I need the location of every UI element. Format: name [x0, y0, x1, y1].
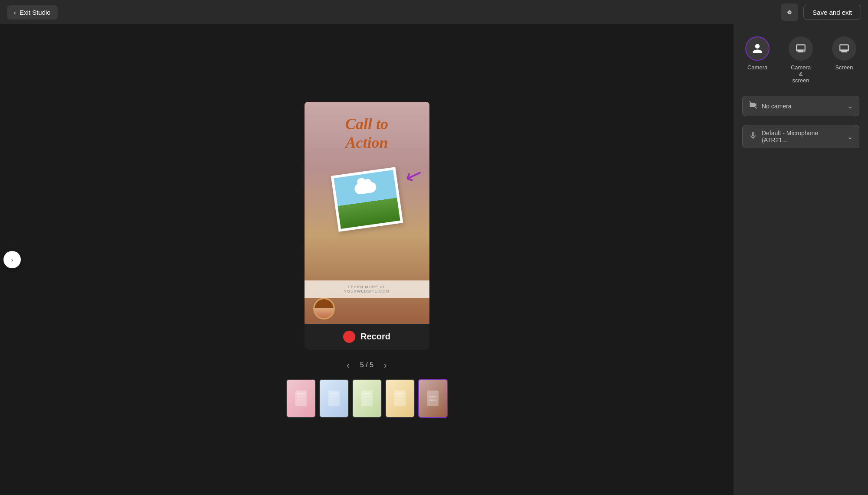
- exit-studio-button[interactable]: ‹ Exit Studio: [7, 5, 58, 20]
- camera-dropdown-icon: [749, 101, 757, 111]
- slide-image-frame: [331, 167, 403, 232]
- microphone-dropdown-chevron: ⌄: [847, 133, 853, 141]
- avatar-face: [314, 299, 334, 318]
- screen-mode-icon: [832, 36, 856, 61]
- slide-container: Call to Action ↙ LEARN MORE AT YOURWEBSI…: [305, 102, 429, 350]
- center-content: Call to Action ↙ LEARN MORE AT YOURWEBSI…: [0, 24, 734, 495]
- camera-dropdown-chevron: ⌄: [847, 102, 853, 110]
- camera-mode-tab[interactable]: Camera: [738, 33, 776, 87]
- slide-image-inner: [334, 169, 400, 228]
- thumb-inner-4: [386, 380, 414, 417]
- main-layout: › Call to Action ↙ LEARN MORE AT YOURWE: [0, 24, 868, 495]
- slide-title: Call to Action: [313, 115, 421, 152]
- arrow-decoration: ↙: [402, 160, 426, 189]
- next-page-button[interactable]: ›: [380, 358, 390, 372]
- pagination: ‹ 5 / 5 ›: [343, 358, 390, 372]
- recording-mode-tabs: Camera Camera &screen Screen: [742, 33, 859, 87]
- thumbnail-3[interactable]: [352, 379, 382, 418]
- camera-screen-mode-label: Camera &screen: [789, 64, 813, 84]
- slide-canvas: Call to Action ↙ LEARN MORE AT YOURWEBSI…: [305, 102, 429, 324]
- camera-mode-icon: [745, 36, 770, 61]
- screen-mode-label: Screen: [835, 64, 853, 71]
- camera-screen-mode-icon: [789, 36, 813, 61]
- right-panel: Camera Camera &screen Screen No camera ⌄: [734, 24, 868, 495]
- thumb-inner-2: [320, 380, 348, 417]
- record-dot-icon: [343, 331, 355, 343]
- chevron-right-icon: ›: [11, 257, 13, 263]
- microphone-dropdown-value: Default - Microphone (ATR21...: [762, 130, 843, 143]
- slide-footer-text1: LEARN MORE AT: [309, 285, 425, 289]
- svg-text:Action: Action: [429, 399, 436, 401]
- svg-rect-16: [427, 391, 439, 406]
- thumbnail-1[interactable]: [286, 379, 316, 418]
- avatar: [313, 298, 335, 319]
- user-account-button[interactable]: ☸: [781, 3, 798, 21]
- save-exit-button[interactable]: Save and exit: [803, 5, 861, 20]
- microphone-dropdown[interactable]: Default - Microphone (ATR21... ⌄: [742, 125, 859, 148]
- record-bar: Record: [305, 324, 429, 350]
- slide-footer-text2: YOURWEBSITE.COM: [309, 289, 425, 293]
- slide-footer-bar: LEARN MORE AT YOURWEBSITE.COM: [305, 280, 429, 298]
- topbar: ‹ Exit Studio ☸ Save and exit: [0, 0, 868, 24]
- page-indicator: 5 / 5: [360, 361, 373, 369]
- cloud-decoration: [354, 181, 377, 195]
- thumb-inner-1: [287, 380, 315, 417]
- thumbnail-2[interactable]: [319, 379, 349, 418]
- exit-studio-label: Exit Studio: [20, 9, 51, 16]
- svg-text:Call to: Call to: [429, 395, 437, 398]
- avatar-hair: [314, 299, 334, 308]
- topbar-left: ‹ Exit Studio: [7, 5, 58, 20]
- sidebar-toggle-button[interactable]: ›: [3, 251, 21, 268]
- camera-dropdown-value: No camera: [762, 103, 843, 110]
- thumbnail-4[interactable]: [385, 379, 415, 418]
- thumb-inner-5: Call toAction: [419, 380, 447, 417]
- topbar-right: ☸ Save and exit: [781, 3, 861, 21]
- camera-mode-label: Camera: [747, 64, 767, 71]
- thumbnail-strip: Call toAction: [286, 379, 448, 418]
- camera-dropdown[interactable]: No camera ⌄: [742, 96, 859, 116]
- record-label: Record: [360, 332, 390, 342]
- record-button[interactable]: Record: [343, 331, 390, 343]
- microphone-dropdown-icon: [749, 131, 757, 142]
- screen-mode-tab[interactable]: Screen: [825, 33, 863, 87]
- thumb-inner-3: [353, 380, 381, 417]
- save-exit-label: Save and exit: [812, 9, 852, 16]
- camera-screen-mode-tab[interactable]: Camera &screen: [782, 33, 820, 87]
- user-icon: ☸: [787, 9, 792, 16]
- thumbnail-5[interactable]: Call toAction: [418, 379, 448, 418]
- chevron-left-icon: ‹: [14, 9, 16, 16]
- prev-page-button[interactable]: ‹: [343, 358, 353, 372]
